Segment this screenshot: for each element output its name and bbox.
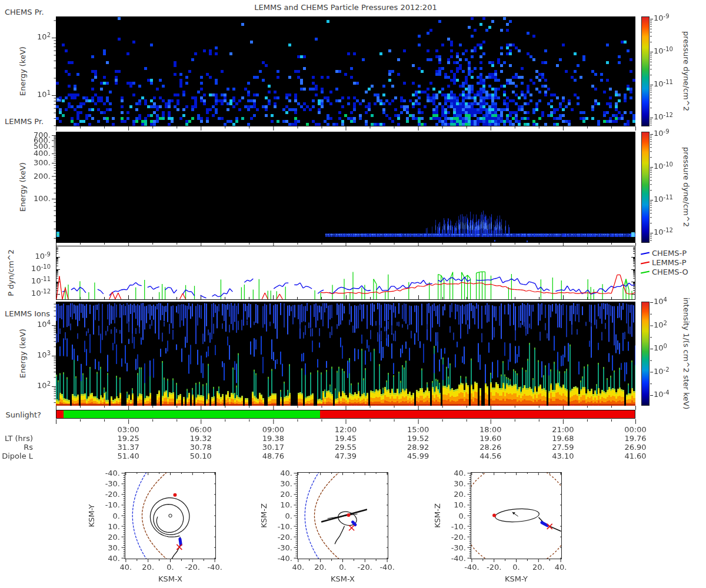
ephemeris-value: 45.99 [398,452,439,460]
pressure-ytick-label: 10-9 [21,252,51,260]
colorbar-tick-label: 10-9 [654,129,670,138]
lemms-ytick-label: 400. [24,149,51,158]
ephemeris-value: 44.56 [470,452,511,460]
orbit-plot-ksm-y-ksm-z: -40.-20.0.20.40.40.30.20.10.0.-10.-20.-3… [421,464,574,586]
time-tick-label: 03:00 [108,425,149,434]
time-tick-label: 12:00 [325,425,367,434]
orbit-axis-text: -40. [278,554,292,563]
colorbar-tick-label: 10-2 [654,367,670,376]
orbit-axis-text: -40. [379,563,394,572]
orbit-axis-text: -20. [185,563,200,572]
ions-ytick-label: 103 [27,350,51,359]
ephemeris-value: 48.76 [252,452,294,460]
orbit-axis-text: -20. [487,563,501,572]
ephemeris-value: 19.38 [252,434,294,443]
orbit-axis-text: 20. [454,490,466,499]
orbit-axis-text: 0. [113,512,120,520]
orbit-axis-text: 40. [280,469,292,477]
ephemeris-value: 31.37 [108,443,149,452]
orbit-axis-text: 10. [108,522,120,531]
ephemeris-value: 43.10 [542,452,584,460]
orbit-axis-text: -30. [451,543,466,552]
orbit-axis-text: -40. [105,469,120,477]
orbit-axis-text: 20. [532,563,545,572]
orbit-axis-text: -40. [451,554,466,563]
orbit-axis-text: 40. [555,563,567,572]
colorbar-tick-label: 10-9 [654,14,670,22]
ephemeris-value: 28.26 [470,443,511,452]
ephemeris-value: 19.45 [325,434,367,443]
orbit-axis-text: 40. [292,563,305,572]
orbit-axis-text: 0. [459,512,466,520]
time-tick-label: 21:00 [542,425,584,434]
orbit-axis-text: 40. [454,469,466,477]
orbit-axis-text: 0. [285,512,292,520]
ephemeris-value: 50.10 [180,452,221,460]
ephemeris-value: 47.39 [325,452,367,460]
chems-ytick-label: 102 [27,32,51,41]
ephemeris-value: 19.52 [398,434,439,443]
colorbar-tick-label: 100 [654,343,667,352]
orbit-axis-text: KSM-Z [433,503,442,528]
orbit-axis-text: 30. [280,479,292,488]
chems-ytick-label: 101 [27,90,51,99]
orbit-axis-text: 20. [314,563,327,572]
time-tick-label: 06:00 [180,425,221,434]
lemms-ytick-label: 100. [24,194,51,203]
pressure-ytick-label: 10-11 [21,276,51,285]
orbit-axis-text: 0. [512,563,519,572]
orbit-axis-text: KSM-Z [259,503,268,528]
colorbar-tick-label: 10-10 [654,162,673,171]
orbit-axis-text: -30. [105,479,120,488]
orbit-frame [471,473,562,559]
orbit-plot-ksm-x-ksm-z: 40.20.0.-20.-40.40.30.20.10.0.-10.-20.-3… [248,464,401,586]
orbit-start-marker [173,493,176,497]
orbit-axis-text: -40. [464,563,479,572]
orbit-axis-text: 20. [142,563,154,572]
orbit-axis-text: -10. [105,500,120,509]
ephemeris-row-label: LT (hrs) [0,434,33,443]
ephemeris-value: 51.40 [108,452,149,460]
orbit-plot-ksm-x-ksm-y: 40.20.0.-20.-40.-40.-30.-20.-10.0.10.20.… [75,464,228,586]
colorbar-tick-label: 10-11 [654,79,673,88]
orbit-axis-text: -30. [278,543,292,552]
ephemeris-value: 28.92 [398,443,439,452]
orbit-axis-text: KSM-X [331,574,355,583]
ephemeris-value: 19.68 [542,434,584,443]
lemms-ytick-label: 200. [24,172,51,181]
orbit-axis-text: 40. [108,554,120,563]
colorbar-tick-label: 10-12 [654,112,673,121]
colorbar-tick-label: 104 [654,297,667,306]
orbit-axis-text: -20. [358,563,372,572]
planet-marker [169,514,172,517]
colorbar-tick-label: 10-11 [654,195,673,203]
ephemeris-value: 27.59 [542,443,584,452]
ephemeris-value: 30.78 [180,443,221,452]
orbit-axis-text: -40. [207,563,222,572]
orbit-axis-text: -20. [105,490,120,499]
orbit-axis-text: 10. [454,500,466,509]
orbit-axis-text: -20. [278,533,292,542]
colorbar-tick-label: 10-12 [654,228,673,236]
orbit-axis-text: KSM-Y [87,504,96,527]
time-tick-label: 18:00 [470,425,511,434]
orbit-start-marker [492,513,496,517]
pressure-ytick-label: 10-10 [21,264,51,273]
ephemeris-value: 19.76 [615,434,656,443]
time-tick-label: 15:00 [398,425,439,434]
ephemeris-row-label: Dipole L [0,452,33,460]
time-tick-label: 00:00 [615,425,656,434]
orbit-axis-text: KSM-Y [505,574,528,583]
colorbar-tick-label: 102 [654,320,667,329]
ephemeris-value: 29.55 [325,443,367,452]
orbit-start-marker [347,513,351,517]
orbit-axis-text: 40. [120,563,132,572]
ephemeris-row-label: Rs [0,443,33,452]
time-tick-label: 09:00 [252,425,294,434]
orbit-axis-text: -20. [451,533,466,542]
orbit-axis-text: 30. [108,543,120,552]
colorbar-tick-label: 10-4 [654,390,670,399]
pressure-ytick-label: 10-12 [21,289,51,298]
ephemeris-value: 19.25 [108,434,149,443]
orbit-axis-text: 20. [280,490,292,499]
